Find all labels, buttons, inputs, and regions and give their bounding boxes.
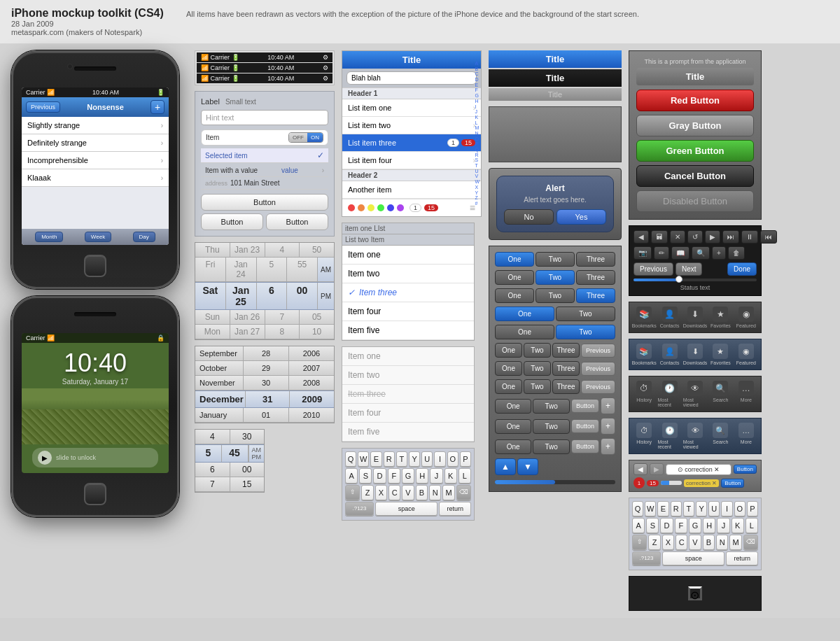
check-item-2[interactable]: Item two [342,366,474,385]
tab4-recent[interactable]: 🕐 Most recent [657,423,681,449]
table-row[interactable]: List item four › [342,152,481,169]
seg-one[interactable]: One [495,270,534,285]
table-row-selected[interactable]: List item three 1 15 [342,134,481,152]
key2-n[interactable]: N [716,535,728,550]
key2-num-mode[interactable]: .?123 [632,551,661,565]
tab-featured[interactable]: ◉ Featured [734,307,758,328]
seg-one-active-2[interactable]: One [495,307,554,321]
cancel-button[interactable]: Cancel Button [636,165,754,187]
tab-bookmarks[interactable]: 📚 Bookmarks [632,307,656,328]
key-l[interactable]: L [458,468,471,484]
key-shift[interactable]: ⇧ [345,485,360,500]
key2-g[interactable]: G [689,518,701,533]
key-c[interactable]: C [388,485,400,500]
check-item-2[interactable]: Item one [342,347,474,366]
seg-three-sp2[interactable]: Three [552,361,580,376]
tab2-bookmarks[interactable]: 📚 Bookmarks [632,344,656,365]
list-item[interactable]: Definitely strange › [22,134,169,152]
seg-two-p2[interactable]: Two [533,419,569,434]
seg-arrow-up[interactable]: ▲ [495,458,516,475]
seg-two[interactable]: Two [536,252,575,267]
seg-one[interactable]: One [495,325,554,339]
media-edit-btn[interactable]: ✏ [654,246,669,260]
seg-button-p1[interactable]: Button [571,399,599,413]
tab-search[interactable]: 🔍 Search [708,381,732,407]
key2-c[interactable]: C [676,535,687,550]
list-item[interactable]: Slightly strange › [22,117,169,134]
key2-d[interactable]: D [660,518,673,533]
seg-two[interactable]: Two [536,288,575,303]
media-trash-btn[interactable]: 🗑 [728,246,745,260]
media-back-btn[interactable]: ◀ [634,230,649,244]
seg-one-sp[interactable]: One [495,343,522,358]
key2-space[interactable]: space [662,551,724,565]
form-button-left[interactable]: Button [201,213,263,230]
key-w[interactable]: W [358,451,369,467]
seg-previous-button-3[interactable]: Previous [581,380,615,394]
browser-forward-button[interactable]: ▶ [650,463,664,475]
tab-downloads[interactable]: ⬇ Downloads [683,307,707,328]
key2-e[interactable]: E [657,501,668,516]
tab-recent[interactable]: 🕐 Most recent [657,381,681,407]
key-return[interactable]: return [439,502,471,516]
key-j[interactable]: J [430,468,442,484]
check-item[interactable]: Item one [342,246,474,265]
key-y[interactable]: Y [409,451,420,467]
seg-two-active-2[interactable]: Two [556,325,615,339]
key2-shift[interactable]: ⇧ [632,535,647,550]
media-progress-bar[interactable] [634,279,757,281]
check-item-checked[interactable]: ✓ Item three [342,283,474,302]
key2-v[interactable]: V [689,535,701,550]
tab4-search[interactable]: 🔍 Search [708,423,732,449]
correction-badge[interactable]: correction ✕ [684,479,719,487]
media-close-btn[interactable]: ✕ [670,230,685,244]
key-e[interactable]: E [370,451,382,467]
key-v[interactable]: V [402,485,414,500]
key2-x[interactable]: X [662,535,674,550]
key-t[interactable]: T [396,451,407,467]
media-forward-btn[interactable]: ⏭ [722,230,739,244]
seg-previous-button[interactable]: Previous [581,344,615,358]
key-g[interactable]: G [402,468,414,484]
key-i[interactable]: I [434,451,445,467]
list-item[interactable]: Klaaak › [22,169,169,187]
seg-plus-button-2[interactable]: + [601,418,615,435]
toolbar-week-button[interactable]: Week [85,232,111,242]
key2-a[interactable]: A [632,518,645,533]
home-button[interactable] [84,255,106,277]
tab2-featured[interactable]: ◉ Featured [734,344,758,365]
drum-date-picker[interactable]: Thu Jan 23 4 50 Fri Jan 24 5 55 AM Sat J… [195,242,335,340]
seg-one-sp3[interactable]: One [495,379,522,394]
form-button-right[interactable]: Button [266,213,328,230]
tab4-history[interactable]: ⏱ History [632,423,656,449]
search-input[interactable] [346,71,477,85]
browser-back-button[interactable]: ◀ [634,463,648,475]
media-next-button[interactable]: Next [676,262,703,276]
key2-o[interactable]: O [734,501,746,516]
tab-viewed[interactable]: 👁 Most viewed [683,381,707,407]
key2-u[interactable]: U [708,501,720,516]
selected-item-row[interactable]: Selected item ✓ [201,148,328,163]
tab2-contacts[interactable]: 👤 Contacts [657,344,681,365]
seg-two-p3[interactable]: Two [533,439,569,454]
key2-s[interactable]: S [646,518,659,533]
key2-t[interactable]: T [683,501,694,516]
seg-one-p3[interactable]: One [495,439,531,454]
check-item-2[interactable]: Item three [342,385,474,404]
media-add-btn[interactable]: + [712,246,726,260]
key-s[interactable]: S [359,468,372,484]
toggle-on[interactable]: ON [307,133,323,142]
seg-three-sp[interactable]: Three [552,343,580,358]
toggle-off[interactable]: OFF [289,133,307,142]
timer-picker[interactable]: 4 30 5 45 AM PM 6 00 7 15 [195,429,265,493]
media-previous-button[interactable]: Previous [634,262,673,276]
seg-one-p1[interactable]: One [495,399,531,414]
seg-one-sp2[interactable]: One [495,361,522,376]
table-row[interactable]: List item two › [342,117,481,134]
key-f[interactable]: F [388,468,400,484]
check-item-2[interactable]: Item five [342,423,474,442]
tab2-favorites[interactable]: ★ Favorites [708,344,732,365]
key2-k[interactable]: K [732,518,744,533]
key2-w[interactable]: W [645,501,656,516]
key-d[interactable]: D [373,468,386,484]
